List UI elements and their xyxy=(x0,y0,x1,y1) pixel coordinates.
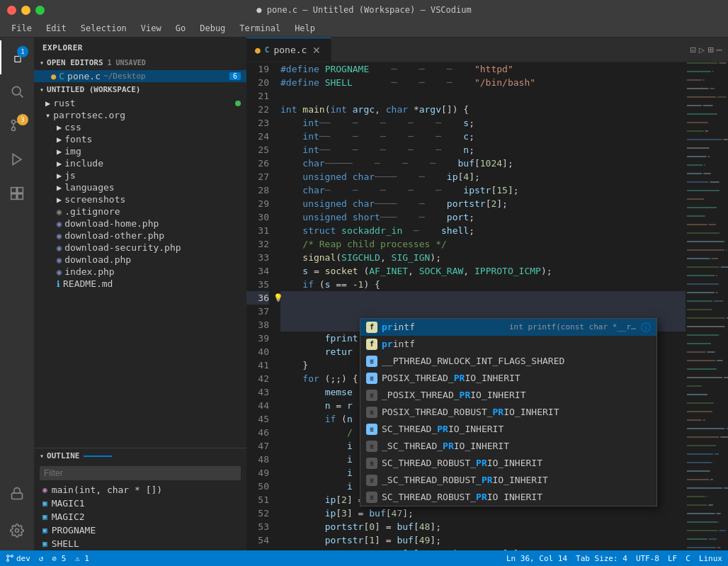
autocomplete-item-posix2-label: _POSIX_THREAD_PRIO_INHERIT xyxy=(382,388,651,402)
menu-terminal[interactable]: Terminal xyxy=(234,22,286,35)
file-icon-php3: ◉ xyxy=(57,243,62,253)
menu-debug[interactable]: Debug xyxy=(194,22,231,35)
tree-label-parrotsec: parrotsec.org xyxy=(53,110,125,120)
open-editor-item-pone[interactable]: ● C pone.c ~/Desktop 6 xyxy=(34,70,246,82)
outline-item-magic2[interactable]: ▣ MAGIC2 xyxy=(34,510,246,523)
tab-label-pone: pone.c xyxy=(273,45,307,55)
outline-item-shell-label: SHELL xyxy=(52,538,79,549)
autocomplete-item-const-icon: ≡ xyxy=(366,390,377,401)
tab-pone-c[interactable]: ● C pone.c ✕ xyxy=(246,38,331,62)
line-num-33: 33 xyxy=(246,251,269,264)
explorer-activity-icon[interactable]: ◻ 1 xyxy=(0,40,34,74)
autocomplete-item-posix2[interactable]: ≡ _POSIX_THREAD_PRIO_INHERIT xyxy=(360,387,656,404)
open-editors-section[interactable]: ▾ OPEN EDITORS 1 UNSAVED xyxy=(34,55,246,70)
outline-item-magic1[interactable]: ▣ MAGIC1 xyxy=(34,497,246,510)
split-editor-icon[interactable]: ⊡ xyxy=(690,44,695,55)
menu-selection[interactable]: Selection xyxy=(75,22,132,35)
tree-label-download-home: download-home.php xyxy=(64,218,159,229)
file-icon-php: ◉ xyxy=(57,219,62,229)
autocomplete-item-sc5[interactable]: ≡ SC_THREAD_ROBUST_PRIO INHERIT xyxy=(360,489,656,506)
tree-label-include: include xyxy=(64,158,103,169)
statusbar-sync[interactable]: ↺ xyxy=(39,554,44,563)
tree-item-gitignore[interactable]: ◉ .gitignore xyxy=(34,205,246,217)
code-line-35: if (s == -1) { xyxy=(280,278,686,291)
menu-view[interactable]: View xyxy=(135,22,167,35)
autocomplete-item-posix1[interactable]: ≡ POSIX_THREAD_PRIO_INHERIT xyxy=(360,370,656,387)
tree-item-fonts[interactable]: ▶ fonts xyxy=(34,133,246,145)
tree-item-js[interactable]: ▶ js xyxy=(34,169,246,181)
menu-go[interactable]: Go xyxy=(170,22,191,35)
search-activity-icon[interactable] xyxy=(0,74,34,108)
code-editor[interactable]: #define PROGNAME ─ ─ ─ "httpd" #define S… xyxy=(275,62,686,550)
code-line-20: #define SHELL ─ ─ ─ "/bin/bash" xyxy=(280,76,686,89)
close-button[interactable] xyxy=(7,6,16,15)
outline-label: OUTLINE xyxy=(47,451,79,460)
autocomplete-item-printf1[interactable]: f printf int printf(const char *__restri… xyxy=(360,319,656,336)
tree-item-download[interactable]: ◉ download.php xyxy=(34,254,246,266)
tree-item-download-home[interactable]: ◉ download-home.php xyxy=(34,217,246,230)
autocomplete-item-sc4[interactable]: ≡ _SC_THREAD_ROBUST_PRIO_INHERIT xyxy=(360,472,656,489)
autocomplete-item-sc2[interactable]: ≡ _SC_THREAD_PRIO_INHERIT xyxy=(360,438,656,455)
tree-item-index[interactable]: ◉ index.php xyxy=(34,266,246,278)
tab-close-button[interactable]: ✕ xyxy=(311,45,322,56)
autocomplete-item-const-icon2: ≡ xyxy=(366,407,377,418)
source-control-activity-icon[interactable]: 3 xyxy=(0,108,34,142)
autocomplete-item-sc1[interactable]: ≡ SC_THREAD_PRIO_INHERIT xyxy=(360,421,656,438)
tree-item-screenshots[interactable]: ▶ screenshots xyxy=(34,193,246,205)
autocomplete-item-pthread[interactable]: ≡ __PTHREAD_RWLOCK_INT_FLAGS_SHARED xyxy=(360,353,656,370)
statusbar-eol[interactable]: LF xyxy=(668,554,677,563)
folder-icon-include: ▶ xyxy=(57,159,62,169)
more-actions-icon[interactable]: ⋯ xyxy=(717,44,722,55)
tree-item-download-other[interactable]: ◉ download-other.php xyxy=(34,230,246,242)
line-num-31: 31 xyxy=(246,224,269,237)
statusbar-encoding[interactable]: UTF-8 xyxy=(636,554,659,563)
tree-item-css[interactable]: ▶ css xyxy=(34,121,246,133)
spaces-text: Tab Size: 4 xyxy=(576,554,627,563)
autocomplete-item-printf2[interactable]: f printf xyxy=(360,336,656,353)
line-num-45: 45 xyxy=(246,412,269,426)
layout-icon[interactable]: ⊞ xyxy=(707,44,713,55)
tree-item-languages[interactable]: ▶ languages xyxy=(34,181,246,193)
outline-chevron: ▾ xyxy=(40,452,44,460)
outline-item-progname[interactable]: ▣ PROGNAME xyxy=(34,523,246,537)
code-line-19: #define PROGNAME ─ ─ ─ "httpd" xyxy=(280,62,686,76)
outline-item-shell[interactable]: ▣ SHELL xyxy=(34,537,246,550)
statusbar-errors[interactable]: ⊘ 5 ⚠ 1 xyxy=(52,554,89,563)
settings-icon[interactable] xyxy=(0,514,34,548)
menu-edit[interactable]: Edit xyxy=(40,22,72,35)
autocomplete-item-sc3[interactable]: ≡ SC_THREAD_ROBUST_PRIO_INHERIT xyxy=(360,455,656,472)
statusbar-platform[interactable]: Linux xyxy=(699,554,722,563)
autocomplete-item-posix3[interactable]: ≡ POSIX_THREAD_ROBUST_PRIO_INHERIT xyxy=(360,404,656,421)
statusbar-language[interactable]: C xyxy=(686,554,690,563)
autocomplete-item-pthread-label: __PTHREAD_RWLOCK_INT_FLAGS_SHARED xyxy=(382,354,651,368)
folder-open-icon: ▾ xyxy=(45,111,50,120)
extensions-activity-icon[interactable] xyxy=(0,176,34,210)
main-area: ◻ 1 3 EXPLORER ▾ OPEN ED xyxy=(0,38,728,550)
workspace-section[interactable]: ▾ UNTITLED (WORKSPACE) xyxy=(34,82,246,97)
statusbar-branch[interactable]: dev xyxy=(6,554,30,563)
menu-help[interactable]: Help xyxy=(289,22,321,35)
open-editors-label: OPEN EDITORS xyxy=(47,58,103,67)
outline-section[interactable]: ▾ OUTLINE xyxy=(34,448,246,463)
tree-item-rust[interactable]: ▶ rust xyxy=(34,97,246,109)
tree-item-download-security[interactable]: ◉ download-security.php xyxy=(34,242,246,254)
autocomplete-info-icon[interactable]: ⓘ xyxy=(641,320,651,334)
outline-const-icon1: ▣ xyxy=(42,499,47,508)
tree-item-img[interactable]: ▶ img xyxy=(34,145,246,157)
run-icon[interactable]: ▷ xyxy=(699,44,705,55)
menu-file[interactable]: File xyxy=(6,22,38,35)
outline-item-magic2-label: MAGIC2 xyxy=(52,511,85,522)
tree-item-include[interactable]: ▶ include xyxy=(34,157,246,169)
maximize-button[interactable] xyxy=(35,6,45,15)
open-editors-list: ● C pone.c ~/Desktop 6 xyxy=(34,70,246,82)
statusbar-position[interactable]: Ln 36, Col 14 xyxy=(506,554,567,563)
minimize-button[interactable] xyxy=(21,6,30,15)
outline-filter-input[interactable] xyxy=(40,466,241,480)
workspace-tree: ▶ rust ▾ parrotsec.org ▶ css ▶ fonts xyxy=(34,97,246,290)
outline-item-main[interactable]: ◉ main(int, char * []) xyxy=(34,483,246,497)
tree-item-parrotsec[interactable]: ▾ parrotsec.org xyxy=(34,109,246,121)
remote-icon[interactable] xyxy=(0,477,34,511)
debug-activity-icon[interactable] xyxy=(0,142,34,176)
statusbar-spaces[interactable]: Tab Size: 4 xyxy=(576,554,627,563)
tree-item-readme[interactable]: ℹ README.md xyxy=(34,278,246,290)
